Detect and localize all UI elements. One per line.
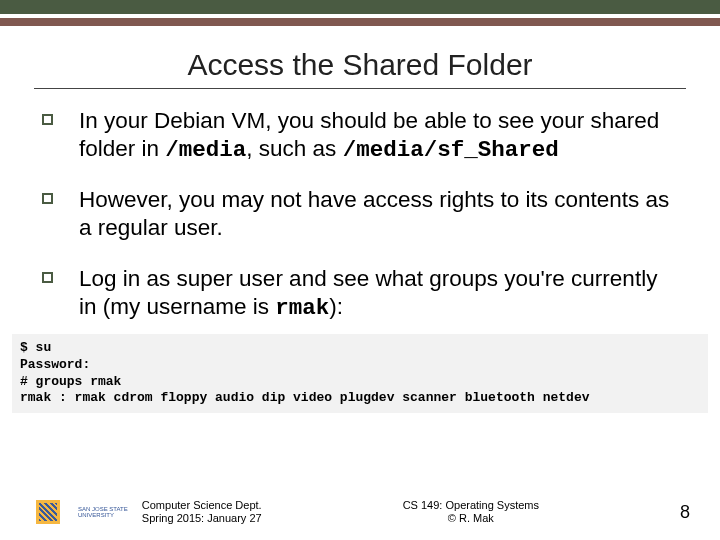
bullet-item: Log in as super user and see what groups… [42,265,678,322]
bullet-text: Log in as super user and see what groups… [79,265,678,322]
bullet-item: In your Debian VM, you should be able to… [42,107,678,164]
page-number: 8 [680,502,690,523]
department-info: Computer Science Dept. Spring 2015: Janu… [142,499,262,527]
university-logo-icon [36,500,60,524]
bullet-marker-icon [42,272,53,283]
slide-content: In your Debian VM, you should be able to… [0,107,720,322]
code-path: /media [165,137,246,163]
bullet-marker-icon [42,114,53,125]
code-username: rmak [275,295,329,321]
slide-title: Access the Shared Folder [0,48,720,82]
course-info: CS 149: Operating Systems © R. Mak [262,499,680,527]
bullet-marker-icon [42,193,53,204]
slide-footer: SAN JOSE STATE UNIVERSITY Computer Scien… [0,499,720,527]
decorative-top-bars [0,0,720,26]
title-underline [34,88,686,89]
code-path: /media/sf_Shared [343,137,559,163]
terminal-output: $ su Password: # groups rmak rmak : rmak… [12,334,708,414]
university-name: SAN JOSE STATE UNIVERSITY [78,506,128,518]
bullet-item: However, you may not have access rights … [42,186,678,242]
bullet-text: However, you may not have access rights … [79,186,678,242]
bullet-text: In your Debian VM, you should be able to… [79,107,678,164]
